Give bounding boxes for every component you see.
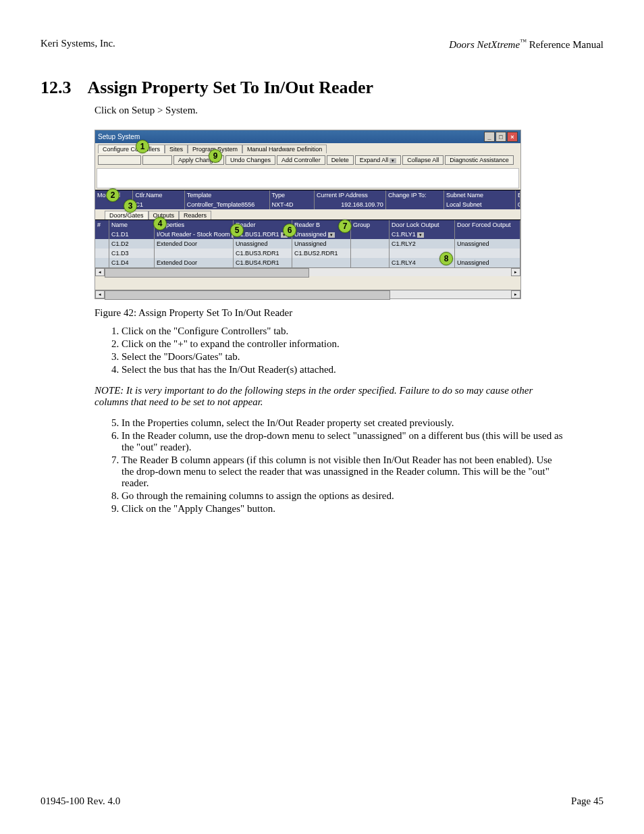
col-name[interactable]: Name [109,220,155,230]
bus-cell-lock[interactable]: C1.RLY1▾ [390,230,455,239]
callout-7: 7 [338,219,352,233]
bus-cell-reader[interactable]: C1.BUS4.RDR1 [234,258,292,267]
page-footer: 01945-100 Rev. 4.0 Page 45 [41,796,603,807]
tab-doors-gates[interactable]: Doors/Gates [105,211,149,219]
bus-cell-group[interactable] [351,249,390,258]
bus-row[interactable]: C1.D1I/Out Reader - Stock Room▾C1.BUS1.R… [95,230,520,239]
bus-cell-props[interactable]: Extended Door [155,258,234,267]
col-forced[interactable]: Door Forced Output [455,220,520,230]
bus-cell-props[interactable] [155,249,234,258]
scroll-left-icon[interactable]: ◂ [95,268,105,276]
bus-cell-group[interactable] [351,258,390,267]
outer-scroll-right-icon[interactable]: ▸ [511,290,520,298]
bus-row[interactable]: C1.D3C1.BUS3.RDR1C1.BUS2.RDR1 [95,249,520,258]
bus-cell-readerb[interactable] [292,258,351,267]
callout-1: 1 [136,140,149,153]
close-button[interactable]: × [507,132,518,142]
step-8: Go through the remaining columns to assi… [122,490,563,502]
col-hash[interactable]: # [95,220,109,230]
tab-configure-controllers[interactable]: Configure Controllers [98,145,165,153]
step-7: The Reader B column appears (if this col… [122,454,563,489]
col-subnet[interactable]: Subnet Name [444,190,516,200]
step-4: Select the bus that has the In/Out Reade… [122,364,563,375]
step-2: Click on the "+" to expand the controlle… [122,338,563,350]
page-header: Keri Systems, Inc. Doors NetXtreme™ Refe… [41,38,603,51]
delete-button[interactable]: Delete [327,155,354,165]
cell-type: NXT-4D [270,200,315,209]
header-right: Doors NetXtreme™ Reference Manual [449,38,603,51]
product-name: Doors NetXtreme [449,39,520,50]
bus-cell-forced [455,249,520,258]
bus-cell-reader[interactable]: C1.BUS3.RDR1 [234,249,292,258]
cell-template: Controller_Template8556 [185,200,270,209]
toolbar-btn-2[interactable] [142,155,172,165]
bus-cell-num [95,230,109,239]
cell-subnet: Local Subnet [444,200,516,209]
section-title-text: Assign Property Set To In/Out Reader [88,78,374,98]
step-9: Click on the "Apply Changes" button. [122,503,563,515]
outer-scroll-left-icon[interactable]: ◂ [95,290,105,298]
callout-2: 2 [106,188,119,202]
add-controller-button[interactable]: Add Controller [277,155,325,165]
section-heading: 12.3 Assign Property Set To In/Out Reade… [41,78,603,98]
chevron-down-icon[interactable]: ▾ [390,158,396,163]
bus-row[interactable]: C1.D4Extended DoorC1.BUS4.RDR1C1.RLY4Una… [95,258,520,267]
empty-area [97,168,519,188]
steps-list-a: Click on the "Configure Controllers" tab… [108,325,563,375]
scroll-thumb[interactable] [105,268,309,278]
toolbar-btn-1[interactable] [98,155,141,165]
bus-cell-group[interactable] [351,239,390,249]
tab-readers[interactable]: Readers [179,211,211,219]
col-type[interactable]: Type [270,190,315,200]
controller-grid-header: Modified Ctlr.Name Template Type Current… [95,190,520,200]
steps-list-b: In the Properties column, select the In/… [108,417,563,515]
col-current-ip[interactable]: Current IP Address [315,190,386,200]
chevron-down-icon[interactable]: ▾ [417,232,424,238]
maximize-button[interactable]: □ [495,132,506,142]
footer-left: 01945-100 Rev. 4.0 [41,796,120,807]
cell-ip: 192.168.109.70 [315,200,386,209]
col-change-ip[interactable]: Change IP To: [386,190,444,200]
bus-cell-name: C1.D1 [109,230,155,239]
scroll-right-icon[interactable]: ▸ [511,268,520,276]
bus-cell-forced: Unassigned [455,239,520,249]
bus-cell-reader[interactable]: Unassigned [234,239,292,249]
col-group[interactable]: Group [351,220,390,230]
step-6: In the Reader column, use the drop-down … [122,430,563,453]
bus-cell-group[interactable] [351,230,390,239]
undo-changes-button[interactable]: Undo Changes [225,155,275,165]
section-number: 12.3 [41,78,72,98]
col-template[interactable]: Template [185,190,270,200]
tab-manual-hw[interactable]: Manual Hardware Definition [242,145,327,153]
bus-cell-name: C1.D2 [109,239,155,249]
screenshot-figure: Setup System _ □ × Configure Controllers… [95,130,521,299]
col-en[interactable]: En [516,190,520,200]
bus-cell-props[interactable]: Extended Door [155,239,234,249]
window-titlebar[interactable]: Setup System _ □ × [95,130,520,143]
controller-row[interactable]: C1 Controller_Template8556 NXT-4D 192.16… [95,200,520,209]
header-suffix: Reference Manual [527,39,603,50]
chevron-down-icon[interactable]: ▾ [328,232,335,238]
diagnostic-button[interactable]: Diagnostic Assistance [445,155,514,165]
bus-row[interactable]: C1.D2Extended DoorUnassignedUnassignedC1… [95,239,520,249]
cell-en: 00 [516,200,520,209]
outer-h-scrollbar[interactable]: ◂ ▸ [95,290,520,298]
h-scrollbar[interactable]: ◂ ▸ [95,267,520,276]
col-ctlrname[interactable]: Ctlr.Name [133,190,184,200]
callout-3: 3 [124,199,137,213]
sub-tabs: Doors/Gates Outputs Readers [102,209,520,219]
bus-cell-lock[interactable]: C1.RLY2 [390,239,455,249]
col-lock[interactable]: Door Lock Output [390,220,455,230]
collapse-all-button[interactable]: Collapse All [402,155,444,165]
note-text: NOTE: It is very important to do the fol… [95,385,563,408]
callout-6: 6 [283,224,296,237]
bus-cell-props[interactable]: I/Out Reader - Stock Room▾ [155,230,234,239]
tab-sites[interactable]: Sites [165,145,188,153]
bus-cell-readerb[interactable]: Unassigned [292,239,351,249]
cell-ctlrname: C1 [133,200,184,209]
outer-scroll-thumb[interactable] [105,290,390,300]
expand-all-button[interactable]: Expand All▾ [355,155,402,165]
minimize-button[interactable]: _ [484,132,495,142]
window-title: Setup System [98,133,140,140]
bus-cell-readerb[interactable]: C1.BUS2.RDR1 [292,249,351,258]
